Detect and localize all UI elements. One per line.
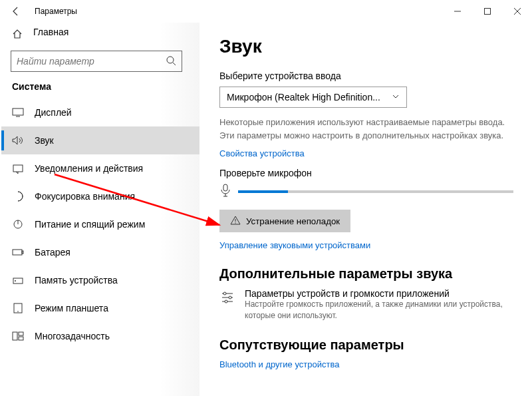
window-title: Параметры [35,7,77,16]
minimize-button[interactable] [442,0,472,23]
battery-icon [12,248,24,256]
sidebar-item-storage[interactable]: Память устройства [1,266,200,294]
sidebar: Главная Система Дисплей Звук Уведомления… [0,23,200,396]
warning-icon [230,215,241,228]
sound-icon [12,135,24,146]
main-content: Звук Выберите устройства ввода Микрофон … [200,23,532,396]
input-device-value: Микрофон (Realtek High Definition... [227,92,380,102]
manage-devices-link[interactable]: Управление звуковыми устройствами [219,240,513,250]
svg-rect-17 [13,332,17,340]
multitask-icon [12,331,24,341]
svg-rect-19 [19,337,23,340]
troubleshoot-label: Устранение неполадок [246,216,340,226]
test-mic-label: Проверьте микрофон [219,168,513,178]
bluetooth-link[interactable]: Bluetooth и другие устройства [219,359,513,369]
mic-level-bar [238,190,513,193]
home-icon [12,29,23,41]
svg-rect-6 [13,108,23,115]
app-volume-title: Параметры устройств и громкости приложен… [245,288,513,299]
advanced-heading: Дополнительные параметры звука [219,266,513,282]
sidebar-item-label: Уведомления и действия [35,163,143,174]
svg-rect-18 [19,332,23,335]
svg-point-14 [15,280,16,282]
related-heading: Сопутствующие параметры [219,337,513,353]
microphone-icon [219,184,231,199]
sidebar-item-tablet[interactable]: Режим планшета [1,294,200,322]
input-description: Некоторые приложения используют настраив… [219,116,513,142]
svg-point-22 [235,222,235,223]
svg-rect-11 [13,250,22,255]
sidebar-item-notifications[interactable]: Уведомления и действия [1,154,200,182]
svg-point-16 [17,311,19,312]
app-volume-sub: Настройте громкость приложений, а также … [245,299,513,321]
power-icon [12,219,24,230]
sidebar-item-label: Батарея [35,247,70,258]
sliders-icon [219,288,235,321]
sidebar-item-label: Звук [35,135,54,146]
sidebar-item-multitask[interactable]: Многозадачность [1,322,200,350]
input-device-select[interactable]: Микрофон (Realtek High Definition... [219,87,407,108]
svg-point-28 [225,300,227,303]
back-button[interactable] [7,6,25,17]
storage-icon [12,275,24,286]
svg-rect-12 [22,251,23,254]
device-properties-link[interactable]: Свойства устройства [219,148,513,158]
sidebar-item-battery[interactable]: Батарея [1,238,200,266]
sidebar-item-label: Питание и спящий режим [35,219,145,230]
display-icon [12,108,24,117]
home-label: Главная [33,27,68,37]
svg-rect-8 [13,165,23,172]
section-title: Система [1,81,200,92]
sidebar-item-label: Фокусировка внимания [35,191,135,202]
sidebar-item-focus[interactable]: Фокусировка внимания [1,182,200,210]
notifications-icon [12,163,24,174]
svg-point-4 [167,57,174,63]
svg-point-24 [223,292,226,295]
sidebar-item-label: Дисплей [35,107,72,118]
sidebar-item-sound[interactable]: Звук [1,126,200,154]
search-icon [166,55,176,68]
sidebar-item-label: Многозадачность [35,331,110,341]
troubleshoot-button[interactable]: Устранение неполадок [219,210,350,232]
svg-line-5 [173,63,176,65]
tablet-icon [12,303,24,313]
sidebar-item-label: Память устройства [35,275,118,286]
sidebar-item-label: Режим планшета [35,303,108,313]
page-title: Звук [219,36,513,57]
close-button[interactable] [502,0,532,23]
focus-icon [12,191,24,202]
chevron-down-icon [392,92,400,102]
input-device-label: Выберите устройства ввода [219,71,513,81]
sidebar-item-power[interactable]: Питание и спящий режим [1,210,200,238]
maximize-button[interactable] [472,0,502,23]
svg-rect-1 [484,9,490,15]
app-volume-row[interactable]: Параметры устройств и громкости приложен… [219,288,513,321]
search-input[interactable] [17,56,166,67]
title-bar: Параметры [0,0,532,23]
home-link[interactable]: Главная [1,23,200,47]
sidebar-item-display[interactable]: Дисплей [1,99,200,126]
search-box[interactable] [11,51,182,72]
svg-rect-20 [223,184,227,191]
svg-point-26 [229,296,231,299]
